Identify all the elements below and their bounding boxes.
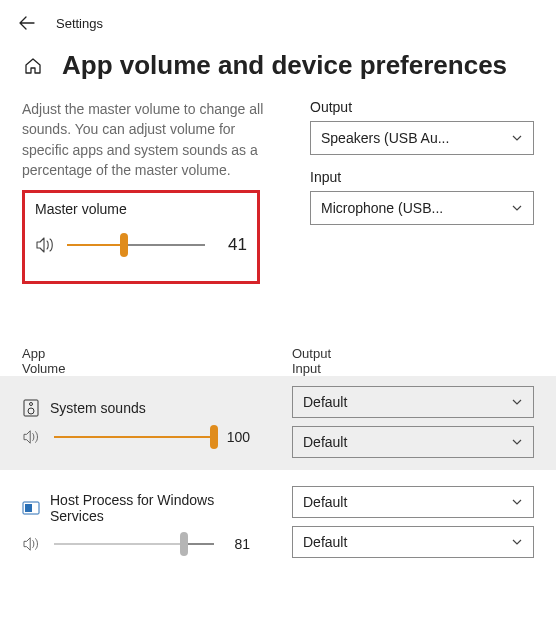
input-device-dropdown[interactable]: Microphone (USB... xyxy=(310,191,534,225)
home-icon xyxy=(23,56,43,76)
speaker-icon[interactable] xyxy=(35,236,57,254)
input-label: Input xyxy=(310,169,534,185)
column-output-header: Output xyxy=(292,346,331,361)
app-row-host-process: Host Process for Windows Services 81 xyxy=(22,478,534,568)
column-app-header: App xyxy=(22,346,45,361)
chevron-down-icon xyxy=(511,396,523,408)
app-output-value: Default xyxy=(303,494,347,510)
app-input-dropdown[interactable]: Default xyxy=(292,426,534,458)
app-volume-slider[interactable] xyxy=(54,543,214,545)
svg-point-2 xyxy=(30,403,33,406)
back-button[interactable] xyxy=(18,14,36,32)
chevron-down-icon xyxy=(511,496,523,508)
app-output-dropdown[interactable]: Default xyxy=(292,386,534,418)
column-input-header: Input xyxy=(292,361,534,376)
app-name: Host Process for Windows Services xyxy=(50,492,250,524)
app-output-dropdown[interactable]: Default xyxy=(292,486,534,518)
master-volume-label: Master volume xyxy=(35,201,247,217)
description-text: Adjust the master volume to change all s… xyxy=(22,99,282,180)
app-name: System sounds xyxy=(50,400,146,416)
master-volume-value: 41 xyxy=(215,235,247,255)
app-input-value: Default xyxy=(303,534,347,550)
chevron-down-icon xyxy=(511,536,523,548)
app-row-system-sounds: System sounds 100 xyxy=(0,376,556,470)
output-device-dropdown[interactable]: Speakers (USB Au... xyxy=(310,121,534,155)
output-device-value: Speakers (USB Au... xyxy=(321,130,449,146)
chevron-down-icon xyxy=(511,202,523,214)
app-volume-value: 81 xyxy=(224,536,250,552)
host-process-icon xyxy=(22,499,40,517)
page-title: App volume and device preferences xyxy=(62,50,507,81)
window-title: Settings xyxy=(56,16,103,31)
chevron-down-icon xyxy=(511,436,523,448)
input-device-value: Microphone (USB... xyxy=(321,200,443,216)
master-volume-section: Master volume 41 xyxy=(22,190,260,284)
speaker-icon[interactable] xyxy=(22,429,44,445)
app-input-dropdown[interactable]: Default xyxy=(292,526,534,558)
master-volume-slider[interactable] xyxy=(67,244,205,246)
column-volume-header: Volume xyxy=(22,361,292,376)
system-sounds-icon xyxy=(22,399,40,417)
svg-rect-4 xyxy=(25,504,32,512)
output-label: Output xyxy=(310,99,534,115)
speaker-icon[interactable] xyxy=(22,536,44,552)
svg-point-1 xyxy=(28,408,34,414)
home-button[interactable] xyxy=(22,55,44,77)
app-volume-value: 100 xyxy=(224,429,250,445)
arrow-left-icon xyxy=(19,15,35,31)
app-volume-slider[interactable] xyxy=(54,436,214,438)
chevron-down-icon xyxy=(511,132,523,144)
app-output-value: Default xyxy=(303,394,347,410)
app-input-value: Default xyxy=(303,434,347,450)
